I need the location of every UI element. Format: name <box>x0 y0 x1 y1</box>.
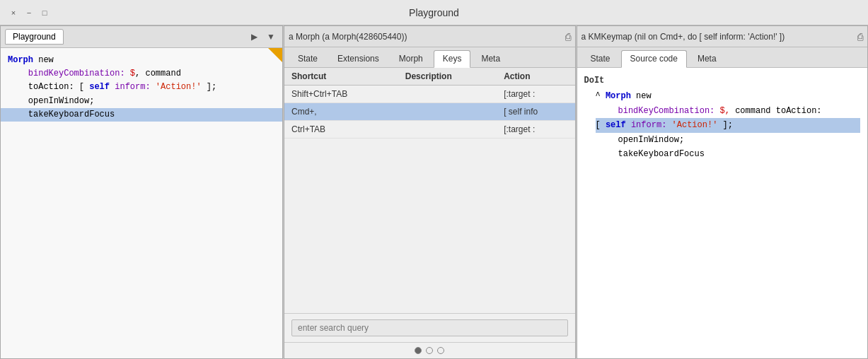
maximize-button[interactable]: □ <box>40 8 50 18</box>
source-code-editor[interactable]: DoIt ^ Morph new bindKeyCombination: $, … <box>577 68 868 358</box>
col-shortcut: Shortcut <box>284 68 398 86</box>
window-controls[interactable]: × − □ <box>8 8 50 18</box>
left-panel-header: Playground ▶ ▼ <box>1 26 282 48</box>
window-title: Playground <box>409 7 459 18</box>
code-line-1: Morph new <box>8 54 275 67</box>
left-panel-menu-btn[interactable]: ▼ <box>264 30 278 44</box>
tab-morph[interactable]: Morph <box>390 50 432 67</box>
middle-panel-header: a Morph (a Morph(428605440)) ⎙ <box>284 26 575 47</box>
keys-table: Shortcut Description Action Shift+Ctrl+T… <box>284 68 575 139</box>
shortcut-cell: Ctrl+TAB <box>284 121 398 139</box>
table-row[interactable]: Cmd+, [ self info <box>284 103 575 121</box>
description-cell <box>398 103 497 121</box>
action-cell: [:target : <box>497 86 574 103</box>
right-tabs-bar: State Source code Meta <box>577 47 868 68</box>
titlebar: × − □ Playground <box>0 0 868 25</box>
tab-extensions[interactable]: Extensions <box>328 50 388 67</box>
table-row[interactable]: Ctrl+TAB [:target : <box>284 121 575 139</box>
tab-state[interactable]: State <box>289 50 327 67</box>
code-line-5: takeKeyboardFocus <box>1 108 282 122</box>
right-tab-meta[interactable]: Meta <box>688 50 726 67</box>
code-line-3: toAction: [ self inform: 'Action!' ]; <box>8 81 275 94</box>
col-description: Description <box>398 68 497 86</box>
middle-tabs-bar: State Extensions Morph Keys Meta <box>284 47 575 68</box>
page-dot-2[interactable] <box>426 347 433 354</box>
middle-panel: a Morph (a Morph(428605440)) ⎙ State Ext… <box>284 25 576 359</box>
right-panel-copy-btn[interactable]: ⎙ <box>857 31 863 42</box>
right-tab-source-code[interactable]: Source code <box>621 50 687 68</box>
code-editor[interactable]: Morph new bindKeyCombination: $, command… <box>1 48 282 358</box>
main-container: Playground ▶ ▼ Morph new bindKeyCombinat… <box>0 25 868 359</box>
middle-panel-title: a Morph (a Morph(428605440)) <box>289 32 562 42</box>
source-line-5: takeKeyboardFocus <box>618 147 861 161</box>
col-action: Action <box>497 68 574 86</box>
minimize-button[interactable]: − <box>24 8 34 18</box>
shortcut-cell: Shift+Ctrl+TAB <box>284 86 398 103</box>
page-dot-1[interactable] <box>415 347 422 354</box>
left-panel-tab[interactable]: Playground <box>5 29 64 45</box>
source-line-3: [ self inform: 'Action!' ]; <box>596 118 861 132</box>
right-panel-title: a KMKeymap (nil on Cmd+, do [ self infor… <box>581 32 855 42</box>
left-panel-play-btn[interactable]: ▶ <box>247 30 261 44</box>
table-row[interactable]: Shift+Ctrl+TAB [:target : <box>284 86 575 103</box>
description-cell <box>398 86 497 103</box>
corner-marker <box>268 48 282 62</box>
code-line-4: openInWindow; <box>8 95 275 108</box>
pagination <box>284 342 575 358</box>
middle-panel-copy-btn[interactable]: ⎙ <box>565 31 571 42</box>
keys-table-container: Shortcut Description Action Shift+Ctrl+T… <box>284 68 575 313</box>
right-panel-header: a KMKeymap (nil on Cmd+, do [ self infor… <box>577 26 868 47</box>
code-line-2: bindKeyCombination: $, command <box>8 67 275 81</box>
search-area <box>284 313 575 342</box>
right-panel: a KMKeymap (nil on Cmd+, do [ self infor… <box>577 25 869 359</box>
source-line-2: bindKeyCombination: $, command toAction: <box>618 104 861 118</box>
close-button[interactable]: × <box>8 8 18 18</box>
tab-meta[interactable]: Meta <box>472 50 509 67</box>
source-line-4: openInWindow; <box>618 133 861 147</box>
action-cell: [ self info <box>497 103 574 121</box>
tab-keys[interactable]: Keys <box>434 50 471 68</box>
do-it-label: DoIt <box>584 73 861 88</box>
shortcut-cell: Cmd+, <box>284 103 398 121</box>
action-cell: [:target : <box>497 121 574 139</box>
right-tab-state[interactable]: State <box>581 50 620 67</box>
source-line-1: ^ Morph new <box>596 89 861 103</box>
description-cell <box>398 121 497 139</box>
left-panel: Playground ▶ ▼ Morph new bindKeyCombinat… <box>0 25 283 359</box>
page-dot-3[interactable] <box>437 347 444 354</box>
search-input[interactable] <box>291 319 568 336</box>
